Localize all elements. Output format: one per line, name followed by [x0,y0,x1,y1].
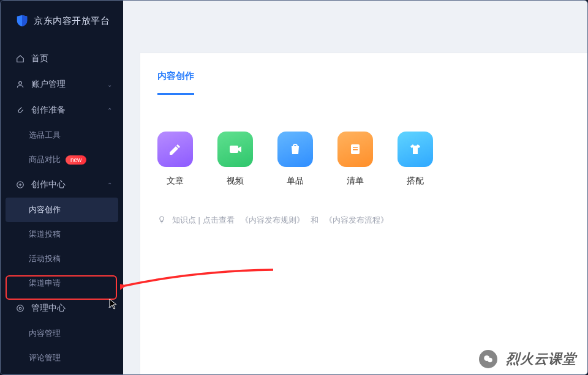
nav-home[interactable]: 首页 [1,46,123,72]
nav-manage-comment[interactable]: 评论管理 [1,346,123,370]
sidebar: 京东内容开放平台 首页 账户管理 ⌄ 创作准备 ⌃ 选品工具 商品对比 new … [1,1,123,374]
nav-manage-label: 管理中心 [31,303,66,314]
nav-create-channel-post-label: 渠道投稿 [29,229,61,240]
nav-manage-content-label: 内容管理 [29,328,61,339]
home-icon [15,54,25,64]
nav-prep-label: 创作准备 [31,105,66,116]
svg-point-2 [17,305,24,312]
sidebar-nav: 首页 账户管理 ⌄ 创作准备 ⌃ 选品工具 商品对比 new 创作中心 ⌃ 内容… [1,46,123,370]
tile-article-label: 文章 [167,176,184,187]
nav-manage[interactable]: 管理中心 ⌃ [1,295,123,321]
nav-create-content-label: 内容创作 [29,204,61,215]
chevron-down-icon: ⌄ [107,81,112,88]
tile-outfit-label: 搭配 [407,176,424,187]
nav-prep-tool[interactable]: 选品工具 [1,123,123,147]
hint-mid: 和 [311,215,318,226]
manage-icon [15,303,25,313]
user-icon [15,80,25,89]
chevron-up-icon: ⌃ [107,305,112,312]
bulb-icon [157,215,166,226]
chevron-up-icon: ⌃ [107,107,112,114]
tile-single[interactable]: 单品 [277,132,313,187]
brand-logo: 京东内容开放平台 [1,1,123,46]
bag-icon [277,132,313,167]
shirt-icon [398,132,433,167]
video-icon [217,132,253,167]
svg-rect-6 [353,147,358,148]
hint-link-flow[interactable]: 《内容发布流程》 [325,215,388,226]
nav-create-content[interactable]: 内容创作 [6,198,118,222]
svg-point-0 [19,81,22,84]
badge-new: new [66,155,86,165]
tile-row: 文章 视频 单品 清单 [140,95,587,201]
content-card: 内容创作 文章 视频 单品 [140,53,587,374]
nav-prep-tool-label: 选品工具 [29,130,61,141]
tile-single-label: 单品 [287,176,304,187]
hint-link-rules[interactable]: 《内容发布规则》 [241,215,304,226]
pencil-icon [157,132,193,167]
svg-point-9 [488,358,492,363]
nav-create-channel-apply-label: 渠道申请 [29,278,61,289]
tile-outfit[interactable]: 搭配 [398,132,433,187]
nav-create-channel-post[interactable]: 渠道投稿 [1,222,123,247]
list-icon [337,132,373,167]
chevron-up-icon: ⌃ [107,182,112,188]
nav-home-label: 首页 [31,53,48,64]
tile-list-label: 清单 [347,176,364,187]
nav-create-label: 创作中心 [31,179,66,190]
nav-prep-compare[interactable]: 商品对比 new [1,147,123,172]
nav-prep[interactable]: 创作准备 ⌃ [1,97,123,123]
nav-account[interactable]: 账户管理 ⌄ [1,72,123,97]
tile-list[interactable]: 清单 [337,132,373,187]
nav-create-activity-post[interactable]: 活动投稿 [1,247,123,271]
tile-article[interactable]: 文章 [157,132,193,187]
nav-manage-comment-label: 评论管理 [29,352,61,363]
nav-prep-compare-label: 商品对比 [29,154,61,165]
brand-logo-icon [15,14,29,28]
wechat-icon [479,350,497,368]
nav-create-activity-post-label: 活动投稿 [29,253,61,264]
clip-icon [15,105,25,115]
svg-rect-4 [230,146,238,153]
brand-name: 京东内容开放平台 [34,15,110,27]
create-icon [15,180,25,190]
tile-video-label: 视频 [227,176,244,187]
watermark-text: 烈火云课堂 [506,350,576,368]
tab-content-create[interactable]: 内容创作 [157,70,194,95]
main-area: 内容创作 文章 视频 单品 [123,1,587,374]
tab-label: 内容创作 [157,70,194,81]
hint-prefix: 知识点 | 点击查看 [172,215,235,226]
tab-row: 内容创作 [140,53,587,95]
nav-create[interactable]: 创作中心 ⌃ [1,172,123,198]
nav-manage-content[interactable]: 内容管理 [1,321,123,346]
watermark: 烈火云课堂 [479,350,576,368]
svg-rect-7 [353,149,358,150]
svg-point-3 [19,307,21,310]
nav-account-label: 账户管理 [31,79,66,90]
tile-video[interactable]: 视频 [217,132,253,187]
hint-row: 知识点 | 点击查看 《内容发布规则》 和 《内容发布流程》 [140,201,587,239]
nav-create-channel-apply[interactable]: 渠道申请 [1,271,123,295]
